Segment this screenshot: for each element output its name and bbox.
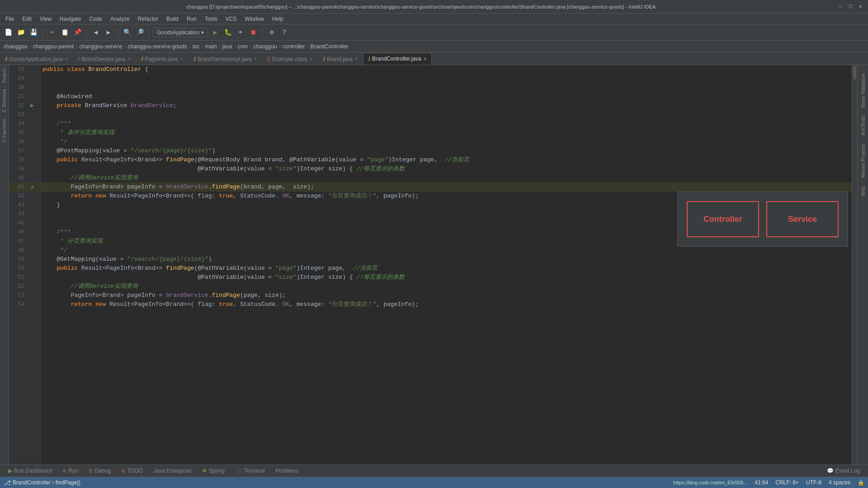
bottom-tab-problems[interactable]: Problems [271,467,303,475]
maximize-button[interactable]: ☐ [847,4,854,10]
tab-brandservice[interactable]: I BrandService.java ✕ [73,53,136,65]
menu-run[interactable]: Run [183,15,200,23]
bottom-tab-java-enterprise[interactable]: Java Enterprise [149,467,196,475]
window-controls[interactable]: ─ ☐ ✕ [837,4,863,10]
tab-brandcontroller[interactable]: J BrandController.java ✕ [363,53,432,65]
tab-label-goodsapplication: GoodsApplication.java [9,56,63,62]
menu-view[interactable]: View [36,15,55,23]
right-tab-maven-projects[interactable]: Maven Projects [859,140,868,182]
toolbar-open[interactable]: 📁 [15,27,26,38]
tab-icon-pageinfo: J [141,56,143,61]
tab-brand[interactable]: J Brand.java ✕ [318,53,363,65]
menu-refactor[interactable]: Refactor [134,15,162,23]
scrollbar-thumb[interactable] [853,66,856,80]
gutter-line-31: 31 [9,92,40,101]
tab-close-brandservice[interactable]: ✕ [127,56,131,61]
toolbar-save[interactable]: 💾 [28,27,39,38]
project-sidebar-tab[interactable]: Project [0,67,9,84]
bc-com[interactable]: com [238,43,248,50]
code-line-54: return new Result<PageInfo<Brand>>( flag… [41,300,852,309]
bottom-tab-todo[interactable]: 6: TODO [117,467,147,475]
bc-changgou-service[interactable]: changgou-service [79,43,122,50]
toolbar-search[interactable]: 🔍 [122,27,132,38]
menu-file[interactable]: File [2,15,18,23]
statusbar-git-icon[interactable]: ⎇ [4,479,11,486]
code-editor[interactable]: public class BrandController { @Autowire… [41,65,852,465]
settings-button[interactable]: ⚙ [266,27,277,38]
statusbar-vcs-icon: 🔒 [858,479,864,486]
bc-sep-3: › [124,43,126,50]
help-button[interactable]: ? [279,27,290,38]
right-tab-bean-validation[interactable]: Bean Validation [859,70,868,111]
toolbar-forward[interactable]: ▶ [103,27,114,38]
bc-src[interactable]: src [193,43,200,50]
tab-brandserviceimpl[interactable]: J BrandServiceImpl.java ✕ [189,53,262,65]
tab-icon-brandcontroller: J [368,56,370,61]
toolbar-back[interactable]: ◀ [90,27,101,38]
bottom-tab-run[interactable]: 4: Run [58,467,83,475]
bc-brandcontroller[interactable]: BrandController [310,43,348,50]
menu-vcs[interactable]: VCS [222,15,241,23]
menu-build[interactable]: Build [163,15,182,23]
tab-pageinfo[interactable]: J PageInfo.java ✕ [136,53,189,65]
bc-changgou-service-goods[interactable]: changgou-service-goods [127,43,187,50]
code-line-29 [41,74,852,83]
right-tab-ant-build[interactable]: Ant Build [859,112,868,139]
service-box[interactable]: Service [766,201,839,237]
coverage-button[interactable]: ☂ [235,27,246,38]
right-tab-web[interactable]: Web [859,183,868,200]
structure-sidebar-tab[interactable]: Z: Structure [0,87,9,114]
stop-button[interactable]: ⏹ [248,27,259,38]
bottom-tab-event-log[interactable]: 💬 Event Log [822,467,864,475]
controller-box[interactable]: Controller [687,201,759,237]
bottom-tab-run-dashboard[interactable]: ▶ Run Dashboard [4,467,57,475]
bc-main[interactable]: main [205,43,217,50]
bc-java[interactable]: java [222,43,232,50]
menu-navigate[interactable]: Navigate [56,15,85,23]
gutter-line-54: 54 [9,300,40,309]
menu-window[interactable]: Window [241,15,268,23]
menu-help[interactable]: Help [269,15,287,23]
favorites-sidebar-tab[interactable]: 2: Favorites [0,117,9,144]
menu-edit[interactable]: Edit [19,15,35,23]
gutter-icon-32[interactable]: ▶ [28,101,36,110]
toolbar-paste[interactable]: 📌 [72,27,83,38]
run-button[interactable]: ▶ [210,27,221,38]
run-config-selector[interactable]: GoodsApplication ▾ [153,28,208,37]
toolbar-cut[interactable]: ✂ [47,27,57,38]
tab-close-brand[interactable]: ✕ [354,56,358,61]
menu-code[interactable]: Code [85,15,106,23]
statusbar-context[interactable]: https://blog.csdn.net/en_ENS08... [673,480,747,485]
tab-close-brandserviceimpl[interactable]: ✕ [254,56,257,61]
toolbar-replace[interactable]: 🔎 [134,27,145,38]
code-line-48: */ [41,246,852,255]
bc-controller[interactable]: controller [283,43,305,50]
bc-changgou-parent[interactable]: changgou-parent [33,43,74,50]
bottom-tab-spring[interactable]: ☘ Spring [198,467,229,475]
bottom-tab-run-label: Run [68,468,78,474]
editor-scrollbar[interactable] [852,65,857,465]
bc-changgou[interactable]: changgou [4,43,28,50]
close-button[interactable]: ✕ [857,4,863,10]
tab-close-brandcontroller[interactable]: ✕ [423,56,427,61]
editor-tabs: J GoodsApplication.java ✕ I BrandService… [0,52,868,65]
bc-changgou2[interactable]: changgou [253,43,277,50]
menu-tools[interactable]: Tools [201,15,221,23]
minimize-button[interactable]: ─ [837,4,844,10]
menu-analyze[interactable]: Analyze [107,15,133,23]
bottom-tab-terminal[interactable]: ⬛ Terminal [231,467,269,475]
tab-close-pageinfo[interactable]: ✕ [180,56,184,61]
code-content-53: PageInfo<Brand> pageInfo = brandService.… [41,291,852,300]
left-sidebar: Project Z: Structure 2: Favorites [0,65,9,465]
gutter-icon-41[interactable]: ⚠ [28,183,36,192]
toolbar-new[interactable]: 📄 [3,27,14,38]
toolbar-copy[interactable]: 📋 [59,27,70,38]
tab-example[interactable]: C Example.class ✕ [262,53,318,65]
tab-close-goodsapplication[interactable]: ✕ [65,56,68,61]
bottom-tab-debug[interactable]: 5: Debug [85,467,115,475]
code-content-48: */ [41,246,852,255]
code-content-54: return new Result<PageInfo<Brand>>( flag… [41,300,852,309]
tab-goodsapplication[interactable]: J GoodsApplication.java ✕ [0,53,73,65]
debug-button[interactable]: 🐛 [222,27,233,38]
tab-close-example[interactable]: ✕ [309,56,313,61]
